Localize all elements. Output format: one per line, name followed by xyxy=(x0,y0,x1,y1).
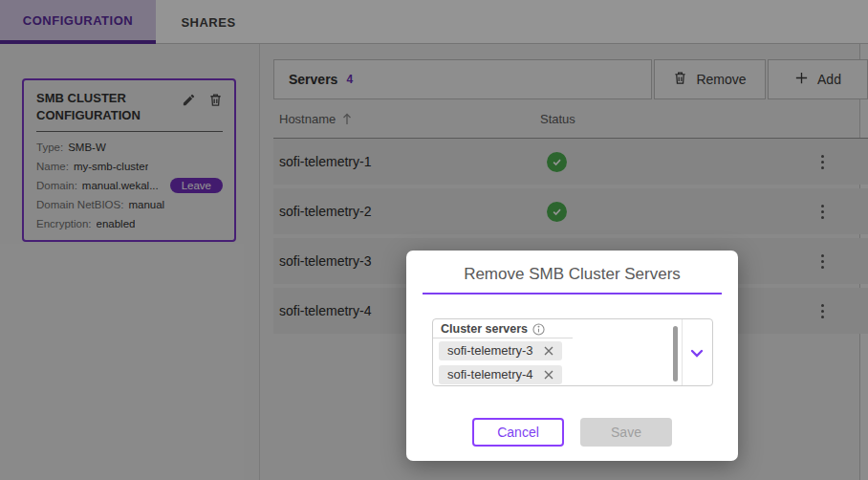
multiselect-label: Cluster servers xyxy=(441,322,528,336)
multiselect-scrollbar[interactable] xyxy=(673,326,678,382)
chevron-down-icon[interactable] xyxy=(688,344,705,361)
smb-configuration-page: CONFIGURATION SHARES SMB CLUSTER CONFIGU… xyxy=(0,0,868,480)
multiselect-divider xyxy=(682,319,683,385)
tag-close-icon[interactable] xyxy=(544,346,553,356)
tag-label: sofi-telemetry-4 xyxy=(447,367,533,382)
tag-item: sofi-telemetry-3 xyxy=(439,341,562,360)
modal-title: Remove SMB Cluster Servers xyxy=(406,265,738,284)
selected-tags: sofi-telemetry-3 sofi-telemetry-4 xyxy=(433,338,712,384)
info-icon[interactable] xyxy=(532,323,545,336)
multiselect-label-row: Cluster servers xyxy=(433,319,712,336)
title-rule xyxy=(423,293,722,295)
tag-item: sofi-telemetry-4 xyxy=(439,365,562,384)
modal-actions: Cancel Save xyxy=(406,418,738,447)
remove-servers-modal: Remove SMB Cluster Servers Cluster serve… xyxy=(406,251,738,461)
tag-close-icon[interactable] xyxy=(544,370,553,380)
save-button[interactable]: Save xyxy=(580,418,672,447)
cluster-servers-multiselect[interactable]: Cluster servers sofi-telemetry-3 sofi-te… xyxy=(432,318,713,386)
tag-label: sofi-telemetry-3 xyxy=(447,343,533,358)
cancel-button[interactable]: Cancel xyxy=(472,418,564,447)
